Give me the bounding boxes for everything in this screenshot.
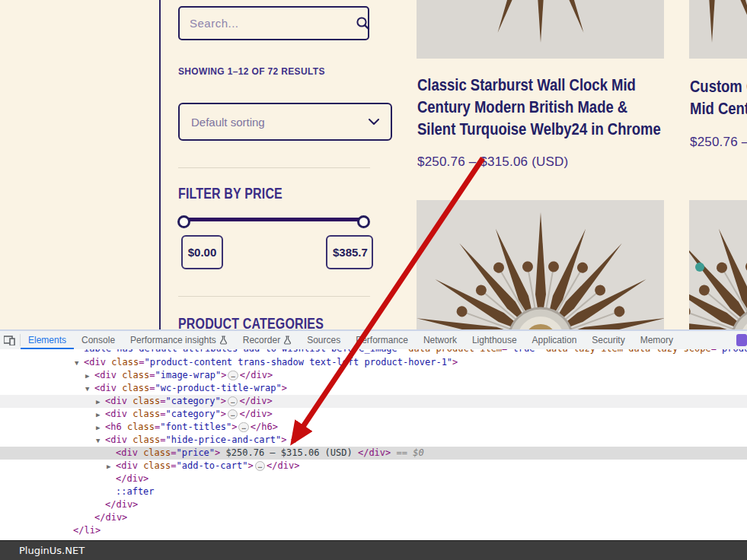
code-segment: data-product-item bbox=[403, 349, 502, 354]
devtools-tab-recorder[interactable]: Recorder bbox=[235, 331, 299, 349]
elements-tree-row[interactable]: </li> bbox=[0, 524, 747, 537]
price-min-field[interactable]: $0.00 bbox=[181, 235, 223, 269]
code-segment: = bbox=[149, 370, 155, 380]
product-search-box bbox=[178, 6, 369, 40]
code-segment: </div> bbox=[239, 409, 272, 419]
experiment-flask-icon bbox=[283, 336, 292, 345]
product-image[interactable] bbox=[417, 200, 664, 329]
product-image[interactable] bbox=[689, 0, 747, 59]
code-segment: </div> bbox=[240, 370, 273, 380]
code-segment: "wc-product-title-wrap" bbox=[155, 383, 282, 393]
expander-arrow-icon[interactable]: ▼ bbox=[75, 357, 84, 370]
devtools-panel: ElementsConsolePerformance insightsRecor… bbox=[0, 329, 747, 537]
price-max-field[interactable]: $385.7 bbox=[326, 235, 373, 269]
code-segment: <div bbox=[94, 383, 117, 393]
product-image[interactable] bbox=[689, 200, 747, 329]
elements-tree-row[interactable]: ▶<h6 class="font-titles">…</h6> bbox=[0, 421, 747, 434]
elements-tree-row[interactable]: </div> bbox=[0, 473, 747, 485]
code-segment: </div> bbox=[267, 460, 299, 471]
code-segment: > bbox=[281, 434, 286, 445]
elements-tree-row[interactable]: ▶<div class="category">…</div> bbox=[0, 395, 747, 408]
code-segment: class bbox=[127, 396, 160, 406]
elements-tree-row[interactable]: ▼<div class="wc-product-title-wrap"> bbox=[0, 382, 747, 395]
search-icon bbox=[356, 16, 370, 30]
code-segment: > bbox=[282, 383, 287, 393]
code-segment: <div bbox=[116, 460, 138, 471]
shop-page: SHOWING 1–12 OF 72 RESULTS Default sorti… bbox=[0, 0, 747, 329]
devtools-tab-console[interactable]: Console bbox=[74, 331, 123, 349]
elements-tree-row[interactable]: ▶<div class="add-to-cart">…</div> bbox=[0, 460, 747, 473]
code-segment: <div bbox=[105, 434, 127, 445]
sorting-dropdown[interactable]: Default sorting bbox=[178, 103, 392, 141]
watermark-text: PluginUs.NET bbox=[19, 545, 85, 556]
code-segment: = bbox=[160, 434, 165, 445]
tab-label: Lighthouse bbox=[472, 335, 517, 345]
tab-label: Sources bbox=[307, 335, 340, 345]
inline-expand-button[interactable]: … bbox=[228, 396, 238, 406]
devtools-tab-security[interactable]: Security bbox=[584, 331, 632, 349]
devtools-tab-sources[interactable]: Sources bbox=[299, 331, 348, 349]
expander-arrow-icon[interactable]: ▶ bbox=[96, 396, 105, 409]
devtools-tab-performance[interactable]: Performance bbox=[348, 331, 416, 349]
code-segment: <div bbox=[94, 370, 117, 380]
code-segment: class bbox=[106, 357, 139, 368]
code-segment: </div> bbox=[358, 447, 391, 458]
devtools-tab-lighthouse[interactable]: Lighthouse bbox=[464, 331, 525, 349]
expander-arrow-icon[interactable]: ▶ bbox=[96, 422, 105, 434]
product-title-link[interactable]: Classic Starburst Wall Clock MidCentury … bbox=[417, 74, 661, 140]
expander-arrow-icon[interactable]: ▼ bbox=[85, 383, 94, 396]
code-segment: > bbox=[452, 357, 458, 368]
code-segment: "add-to-cart" bbox=[177, 460, 248, 471]
devtools-tab-performance-insights[interactable]: Performance insights bbox=[123, 331, 235, 349]
code-segment: "products" bbox=[717, 349, 747, 354]
product-price: $250.76 – bbox=[690, 135, 747, 150]
elements-tree-row[interactable]: <div class="price"> $250.76 – $315.06 (U… bbox=[0, 447, 747, 460]
code-segment: = bbox=[711, 349, 717, 354]
expander-arrow-icon[interactable]: ▶ bbox=[85, 370, 94, 383]
search-button[interactable] bbox=[351, 8, 375, 39]
code-segment: "price" bbox=[177, 447, 215, 458]
price-slider-handle-max[interactable] bbox=[357, 215, 370, 228]
code-segment: <div bbox=[116, 447, 138, 458]
elements-tree-row[interactable]: ▶<div class="image-wrap">…</div> bbox=[0, 369, 747, 382]
code-segment: > bbox=[231, 422, 237, 432]
inline-expand-button[interactable]: … bbox=[228, 409, 238, 419]
expander-arrow-icon[interactable]: ▼ bbox=[96, 434, 105, 447]
product-image[interactable] bbox=[417, 0, 664, 59]
code-segment: ::after bbox=[116, 486, 155, 497]
devtools-tab-network[interactable]: Network bbox=[416, 331, 464, 349]
devtools-tab-application[interactable]: Application bbox=[525, 331, 585, 349]
code-segment: </div> bbox=[116, 473, 148, 484]
product-title-link[interactable]: Custom ClMid Centu bbox=[690, 75, 747, 119]
elements-tree-row[interactable]: ::after bbox=[0, 485, 747, 498]
code-segment: "category" bbox=[166, 396, 221, 406]
price-slider-track[interactable] bbox=[184, 218, 365, 221]
inline-expand-button[interactable]: … bbox=[228, 371, 238, 380]
inline-expand-button[interactable]: … bbox=[255, 461, 265, 471]
elements-tree-row[interactable]: ▼<div class="hide-price-and-cart"> bbox=[0, 434, 747, 447]
divider bbox=[178, 296, 370, 297]
code-segment: "font-titles" bbox=[160, 422, 231, 432]
code-segment: "product-content trans-shadow text-left … bbox=[145, 357, 453, 368]
elements-tree-row[interactable]: </div> bbox=[0, 498, 747, 511]
code-segment: > bbox=[221, 409, 226, 419]
devtools-tab-elements[interactable]: Elements bbox=[21, 331, 74, 349]
price-slider-handle-min[interactable] bbox=[177, 215, 190, 228]
toggle-device-toolbar-icon[interactable] bbox=[0, 331, 20, 349]
code-segment: </div> bbox=[105, 499, 138, 510]
inline-expand-button[interactable]: … bbox=[238, 422, 248, 432]
elements-tree-row[interactable]: iable-has-default-attributes add-to-wish… bbox=[0, 349, 747, 356]
expander-arrow-icon[interactable]: ▶ bbox=[96, 409, 105, 422]
extension-icon[interactable] bbox=[736, 334, 747, 346]
elements-tree-row[interactable]: ▼<div class="product-content trans-shado… bbox=[0, 356, 747, 369]
divider bbox=[178, 167, 370, 168]
code-segment: > bbox=[221, 370, 226, 380]
search-input[interactable] bbox=[180, 17, 351, 30]
elements-tree-row[interactable]: ▶<div class="category">…</div> bbox=[0, 408, 747, 421]
code-segment: </div> bbox=[94, 512, 127, 523]
sorting-dropdown-value: Default sorting bbox=[191, 116, 265, 129]
expander-arrow-icon[interactable]: ▶ bbox=[107, 460, 116, 473]
elements-tree-row[interactable]: </div> bbox=[0, 511, 747, 524]
devtools-tab-memory[interactable]: Memory bbox=[633, 331, 681, 349]
code-segment: class bbox=[122, 422, 155, 432]
